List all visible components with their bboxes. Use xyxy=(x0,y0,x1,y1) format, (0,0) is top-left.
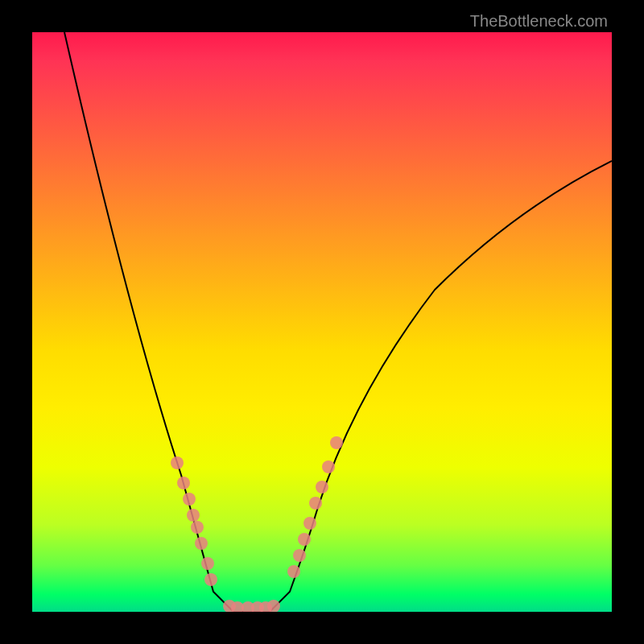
data-point-1 xyxy=(177,477,190,489)
data-point-21 xyxy=(330,436,343,449)
data-point-17 xyxy=(303,517,316,530)
chart-area xyxy=(32,32,612,612)
watermark-text: TheBottleneck.com xyxy=(470,12,608,31)
curve-right-curve xyxy=(270,161,612,612)
data-point-7 xyxy=(204,573,217,586)
data-point-20 xyxy=(322,460,335,473)
data-point-2 xyxy=(183,493,196,506)
data-point-4 xyxy=(191,521,204,534)
data-point-16 xyxy=(298,533,311,546)
data-point-19 xyxy=(316,481,328,493)
chart-svg xyxy=(32,32,612,612)
data-point-14 xyxy=(287,565,300,578)
data-point-3 xyxy=(187,509,200,522)
data-point-18 xyxy=(309,497,322,510)
curves-group xyxy=(64,32,612,612)
data-point-13 xyxy=(267,600,280,612)
data-point-0 xyxy=(171,456,184,469)
data-point-6 xyxy=(201,557,214,570)
points-group xyxy=(171,436,343,612)
data-point-5 xyxy=(195,537,208,550)
data-point-15 xyxy=(293,549,306,562)
curve-left-curve xyxy=(64,32,233,612)
